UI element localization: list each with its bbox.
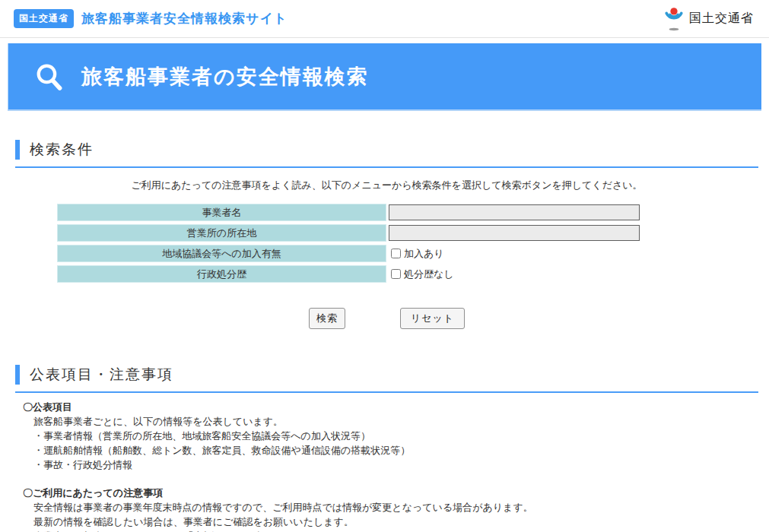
penalty-history-checkbox[interactable] xyxy=(391,269,401,279)
usage-notes-title: 〇ご利用にあたっての注意事項 xyxy=(23,486,758,500)
info-content: 〇公表項目 旅客船事業者ごとに、以下の情報等を公表しています。 ・事業者情報（営… xyxy=(23,400,758,532)
form-row-penalty-history: 行政処分歴 処分歴なし xyxy=(57,265,713,283)
council-membership-label: 地域協議会等への加入有無 xyxy=(57,245,386,262)
usage-notes-line: 安全情報は事業者の事業年度末時点の情報ですので、ご利用時点では情報が変更となって… xyxy=(23,500,758,515)
search-icon xyxy=(34,62,65,92)
penalty-history-checkbox-text: 処分歴なし xyxy=(404,268,454,281)
form-row-council-membership: 地域協議会等への加入有無 加入あり xyxy=(57,245,713,262)
published-items-line: ・事業者情報（営業所の所在地、地域旅客船安全協議会等への加入状況等） xyxy=(23,429,758,443)
form-buttons: 検索 リセット xyxy=(15,308,758,329)
site-title: 旅客船事業者安全情報検索サイト xyxy=(81,10,288,27)
form-row-operator-name: 事業者名 xyxy=(57,204,713,221)
search-button[interactable]: 検索 xyxy=(309,308,345,329)
site-header-right: 国土交通省 xyxy=(663,5,754,33)
search-instruction: ご利用にあたっての注意事項をよく読み、以下のメニューから検索条件を選択して検索ボ… xyxy=(15,179,758,192)
penalty-history-label: 行政処分歴 xyxy=(57,265,386,283)
usage-notes-block: 〇ご利用にあたっての注意事項 安全情報は事業者の事業年度末時点の情報ですので、ご… xyxy=(23,486,758,532)
council-membership-checkbox[interactable] xyxy=(391,249,401,258)
council-membership-checkbox-text: 加入あり xyxy=(404,247,444,261)
info-section-heading: 公表項目・注意事項 xyxy=(15,365,758,385)
published-items-title: 〇公表項目 xyxy=(23,400,758,414)
form-row-office-location: 営業所の所在地 xyxy=(57,224,713,242)
published-items-line: ・運航船舶情報（船舶数、総トン数、旅客定員、救命設備や通信設備の搭載状況等） xyxy=(23,443,758,458)
site-header-left: 国土交通省 旅客船事業者安全情報検索サイト xyxy=(14,9,288,28)
page-banner: 旅客船事業者の安全情報検索 xyxy=(8,43,761,111)
penalty-history-checkbox-label[interactable]: 処分歴なし xyxy=(389,268,454,281)
usage-notes-line: 最新の情報を確認したい場合は、事業者にご確認をお願いいたします。 xyxy=(23,515,758,529)
office-location-label: 営業所の所在地 xyxy=(57,224,386,242)
published-items-line: 旅客船事業者ごとに、以下の情報等を公表しています。 xyxy=(23,414,758,429)
info-section: 公表項目・注意事項 〇公表項目 旅客船事業者ごとに、以下の情報等を公表しています… xyxy=(15,365,758,532)
office-location-value-cell xyxy=(386,224,713,242)
info-section-header: 公表項目・注意事項 xyxy=(15,365,758,393)
search-conditions-section: 検索条件 ご利用にあたっての注意事項をよく読み、以下のメニューから検索条件を選択… xyxy=(15,140,758,329)
council-membership-value-cell: 加入あり xyxy=(386,245,713,262)
search-conditions-header: 検索条件 xyxy=(15,140,758,168)
reset-button[interactable]: リセット xyxy=(400,308,465,329)
council-membership-checkbox-label[interactable]: 加入あり xyxy=(389,247,444,261)
search-form-table: 事業者名 営業所の所在地 地域協議会等への加入有無 加入あり 行政処分歴 xyxy=(57,204,713,283)
usage-notes-line: 事業者から報告のなかった項目は「空欄」のまま表示しています。 xyxy=(23,529,758,532)
site-header: 国土交通省 旅客船事業者安全情報検索サイト 国土交通省 xyxy=(0,0,769,38)
operator-name-input[interactable] xyxy=(389,204,640,220)
search-conditions-heading: 検索条件 xyxy=(15,140,758,160)
operator-name-label: 事業者名 xyxy=(57,204,386,221)
office-location-input[interactable] xyxy=(389,225,640,241)
published-items-line: ・事故・行政処分情報 xyxy=(23,458,758,472)
page-title: 旅客船事業者の安全情報検索 xyxy=(81,63,369,90)
mlit-badge: 国土交通省 xyxy=(14,9,74,28)
published-items-block: 〇公表項目 旅客船事業者ごとに、以下の情報等を公表しています。 ・事業者情報（営… xyxy=(23,400,758,472)
operator-name-value-cell xyxy=(386,204,713,221)
mlit-logo-text: 国土交通省 xyxy=(689,11,754,27)
mlit-logo-icon xyxy=(663,5,685,33)
penalty-history-value-cell: 処分歴なし xyxy=(386,265,713,283)
